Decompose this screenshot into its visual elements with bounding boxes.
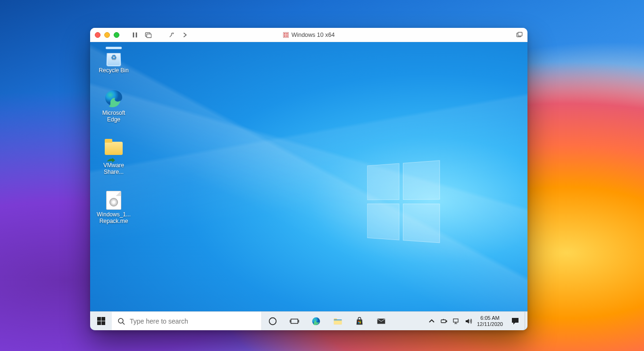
- clock-time: 6:05 AM: [477, 315, 503, 321]
- svg-rect-11: [97, 317, 101, 321]
- minimize-window-button[interactable]: [104, 32, 110, 38]
- svg-point-15: [118, 318, 123, 323]
- svg-rect-10: [518, 32, 522, 36]
- taskbar-edge[interactable]: [305, 312, 327, 330]
- iso-file-icon: [104, 191, 123, 210]
- desktop-icon-edge[interactable]: Microsoft Edge: [96, 89, 132, 123]
- taskbar: 6:05 AM 12/11/2020: [90, 311, 527, 330]
- start-button[interactable]: [90, 312, 112, 330]
- tray-volume-icon[interactable]: [465, 317, 472, 325]
- svg-rect-12: [101, 317, 105, 321]
- svg-rect-14: [101, 321, 105, 325]
- pause-vm-button[interactable]: [132, 32, 138, 38]
- search-icon: [117, 317, 125, 325]
- svg-rect-1: [136, 32, 137, 37]
- svg-rect-5: [284, 33, 285, 34]
- svg-rect-4: [283, 32, 288, 37]
- wallpaper-windows-logo: [367, 160, 443, 247]
- svg-rect-24: [441, 320, 446, 323]
- desktop-icon-vmware-share[interactable]: VMware Share...: [96, 138, 132, 176]
- desktop-icon-label: Windows_1... Repack.me: [96, 212, 132, 225]
- taskbar-clock[interactable]: 6:05 AM 12/11/2020: [474, 315, 506, 327]
- recycle-bin-icon: ♻: [104, 47, 123, 66]
- window-title-text: Windows 10 x64: [292, 32, 335, 38]
- maximize-guest-button[interactable]: [516, 32, 523, 38]
- taskbar-store[interactable]: [349, 312, 370, 330]
- svg-rect-13: [97, 321, 101, 325]
- vmware-toolbar: [132, 32, 188, 38]
- svg-rect-23: [360, 322, 361, 323]
- svg-rect-17: [291, 319, 298, 323]
- desktop-icon-label: Recycle Bin: [96, 68, 132, 74]
- folder-shortcut-icon: [104, 142, 123, 161]
- svg-point-16: [269, 317, 276, 325]
- task-view-button[interactable]: [284, 312, 305, 330]
- desktop-icon-label: Microsoft Edge: [96, 110, 132, 123]
- svg-rect-21: [360, 321, 361, 322]
- tray-network-icon[interactable]: [452, 317, 460, 325]
- svg-rect-22: [358, 322, 360, 323]
- svg-rect-0: [133, 32, 134, 37]
- tray-overflow-button[interactable]: [428, 317, 435, 325]
- clock-date: 12/11/2020: [477, 321, 503, 327]
- settings-icon[interactable]: [168, 32, 175, 38]
- desktop-icon-iso[interactable]: Windows_1... Repack.me: [96, 191, 132, 225]
- desktop-icon-label: VMware Share...: [96, 163, 132, 176]
- close-window-button[interactable]: [95, 32, 100, 38]
- show-desktop-button[interactable]: [525, 312, 527, 330]
- desktop-icons: ♻ Recycle Bin Microsoft Edge VMware Shar…: [96, 47, 132, 225]
- snapshot-button[interactable]: [145, 32, 151, 38]
- system-tray: [426, 317, 474, 325]
- svg-rect-19: [334, 319, 342, 320]
- vm-window: Windows 10 x64 ♻ Recycle Bin Microsoft E…: [90, 28, 527, 330]
- mac-titlebar: Windows 10 x64: [90, 28, 527, 42]
- edge-icon: [104, 89, 123, 108]
- zoom-window-button[interactable]: [114, 32, 119, 38]
- chevron-right-icon[interactable]: [182, 32, 188, 38]
- svg-rect-6: [286, 33, 287, 34]
- guest-desktop[interactable]: ♻ Recycle Bin Microsoft Edge VMware Shar…: [90, 42, 527, 330]
- action-center-button[interactable]: [506, 312, 525, 330]
- desktop-icon-recycle-bin[interactable]: ♻ Recycle Bin: [96, 47, 132, 74]
- svg-rect-25: [446, 321, 447, 322]
- svg-rect-26: [453, 319, 458, 322]
- svg-rect-7: [284, 35, 285, 36]
- taskbar-file-explorer[interactable]: [327, 312, 349, 330]
- search-input[interactable]: [130, 317, 256, 325]
- svg-rect-8: [286, 35, 287, 36]
- svg-rect-20: [358, 321, 360, 322]
- traffic-lights: [95, 32, 119, 38]
- taskbar-pinned: [262, 312, 392, 330]
- svg-rect-3: [147, 34, 151, 37]
- cortana-button[interactable]: [262, 312, 284, 330]
- tray-power-icon[interactable]: [440, 317, 448, 325]
- taskbar-search[interactable]: [112, 312, 262, 330]
- taskbar-mail[interactable]: [370, 312, 392, 330]
